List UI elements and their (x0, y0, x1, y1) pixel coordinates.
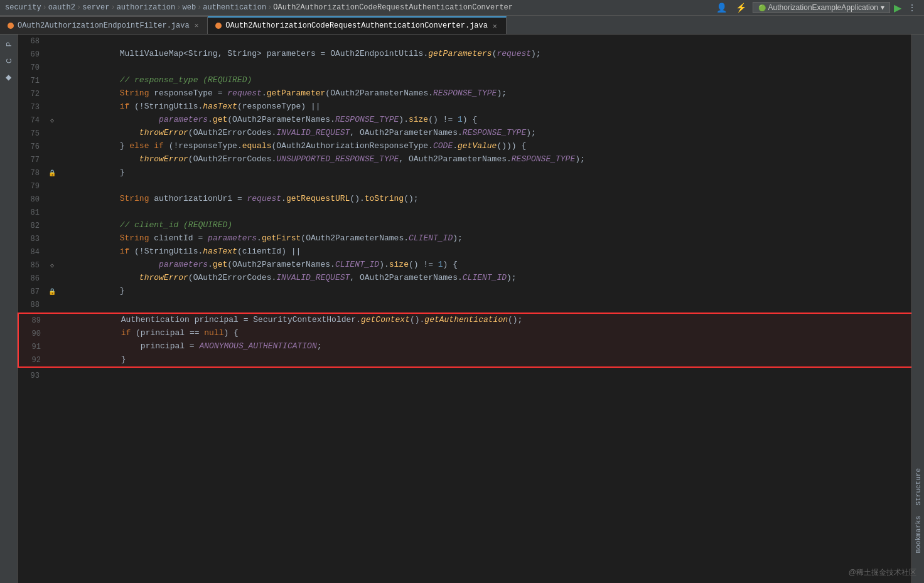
breadcrumb-web[interactable]: web (182, 3, 196, 12)
lightning-icon-button[interactable]: ⚡ (733, 1, 749, 14)
gutter-80 (46, 193, 58, 206)
line-num-85: 85 (18, 259, 46, 272)
project-icon: P (5, 42, 13, 46)
tab-auth-converter[interactable]: OAuth2AuthorizationCodeRequestAuthentica… (208, 16, 506, 34)
commit-icon: C (5, 58, 13, 63)
gutter-68 (46, 35, 58, 48)
run-config-dropdown[interactable]: 🟢 AuthorizationExampleApplication ▾ (753, 2, 890, 13)
code-content-69: MultiValueMap<String, String> parameters… (58, 48, 924, 61)
gutter-70 (46, 61, 58, 74)
line-num-89: 89 (19, 314, 47, 327)
code-content-83: String clientId = parameters.getFirst(OA… (58, 232, 924, 245)
code-line-71: 71 // response_type (REQUIRED) (18, 74, 924, 87)
code-line-79: 79 (18, 179, 924, 193)
code-line-81: 81 (18, 206, 924, 219)
breadcrumb-authentication[interactable]: authentication (203, 3, 266, 12)
gutter-75 (46, 127, 58, 140)
gutter-89 (47, 314, 60, 327)
breadcrumb-oauth2[interactable]: oauth2 (48, 3, 75, 12)
breadcrumb-sep-2: › (77, 3, 81, 12)
gutter-86 (46, 272, 58, 285)
breadcrumb-authorization[interactable]: authorization (117, 3, 176, 12)
gutter-93 (46, 369, 58, 382)
line-num-80: 80 (18, 193, 46, 206)
right-sidebar: Structure Bookmarks (911, 35, 924, 583)
code-line-89: 89 Authentication principal = SecurityCo… (19, 314, 923, 327)
code-content-82: // client_id (REQUIRED) (58, 219, 924, 232)
gutter-82 (46, 219, 58, 232)
gutter-84 (46, 245, 58, 259)
line-num-75: 75 (18, 127, 46, 140)
line-num-77: 77 (18, 153, 46, 166)
user-icon-button[interactable]: 👤 (714, 1, 729, 14)
line-num-81: 81 (18, 206, 46, 219)
breadcrumb-sep-1: › (43, 3, 47, 12)
gutter-90 (47, 327, 60, 340)
gutter-92 (47, 353, 60, 366)
code-line-83: 83 String clientId = parameters.getFirst… (18, 232, 924, 245)
run-button[interactable]: ▶ (894, 2, 901, 14)
more-button[interactable]: ⋮ (905, 1, 919, 14)
commit-sidebar-btn[interactable]: C (1, 53, 16, 68)
line-num-88: 88 (18, 298, 46, 311)
code-content-76: } else if (!responseType.equals(OAuth2Au… (58, 140, 924, 153)
code-content-79 (58, 179, 924, 193)
tab-endpoint-filter[interactable]: OAuth2AuthorizationEndpointFilter.java ✕ (0, 16, 208, 34)
header-right: 👤 ⚡ 🟢 AuthorizationExampleApplication ▾ … (714, 1, 919, 14)
project-sidebar-btn[interactable]: P (1, 37, 16, 52)
code-content-89: Authentication principal = SecurityConte… (60, 314, 923, 327)
gutter-78: 🔒 (46, 166, 58, 179)
tab-close-2[interactable]: ✕ (492, 21, 498, 31)
code-line-82: 82 // client_id (REQUIRED) (18, 219, 924, 232)
code-content-85: parameters.get(OAuth2ParameterNames.CLIE… (58, 259, 924, 272)
line-num-68: 68 (18, 35, 46, 48)
editor-area: 68 69 MultiValueMap<String, String> para… (18, 35, 924, 583)
line-num-84: 84 (18, 245, 46, 259)
run-config-arrow: ▾ (881, 3, 884, 12)
tab-close-1[interactable]: ✕ (193, 21, 200, 30)
breadcrumb-sep-6: › (267, 3, 272, 12)
tab-label-2: OAuth2AuthorizationCodeRequestAuthentica… (225, 21, 488, 30)
code-line-70: 70 (18, 61, 924, 74)
gutter-77 (46, 153, 58, 166)
code-line-91: 91 principal = ANONYMOUS_AUTHENTICATION; (19, 340, 923, 353)
gutter-88 (46, 298, 58, 311)
line-num-87: 87 (18, 285, 46, 298)
code-line-68: 68 (18, 35, 924, 48)
code-line-74: 74 ◇ parameters.get(OAuth2ParameterNames… (18, 114, 924, 127)
breadcrumb-sep-4: › (176, 3, 181, 12)
run-config-indicator: 🟢 (758, 4, 766, 11)
line-num-71: 71 (18, 74, 46, 87)
line-num-72: 72 (18, 87, 46, 100)
run-config-label: AuthorizationExampleApplication (768, 3, 878, 12)
code-content-68 (58, 35, 924, 48)
watermark: @稀土掘金技术社区 (849, 567, 916, 578)
line-num-70: 70 (18, 61, 46, 74)
code-content-87: } (58, 285, 924, 298)
code-content-75: throwError(OAuth2ErrorCodes.INVALID_REQU… (58, 127, 924, 140)
code-editor[interactable]: 68 69 MultiValueMap<String, String> para… (18, 35, 924, 583)
gutter-74: ◇ (46, 114, 58, 127)
code-content-70 (58, 61, 924, 74)
gutter-76 (46, 140, 58, 153)
gutter-71 (46, 74, 58, 87)
structure-tab[interactable]: Structure (913, 463, 924, 510)
gutter-72 (46, 87, 58, 100)
tab-icon-2 (215, 23, 222, 29)
code-line-72: 72 String responseType = request.getPara… (18, 87, 924, 100)
code-line-92: 92 } (19, 353, 923, 366)
bookmarks-tab[interactable]: Bookmarks (913, 511, 924, 558)
line-num-76: 76 (18, 140, 46, 153)
line-num-73: 73 (18, 100, 46, 114)
breadcrumb-security[interactable]: security (5, 3, 41, 12)
breadcrumb-server[interactable]: server (82, 3, 109, 12)
code-line-80: 80 String authorizationUri = request.get… (18, 193, 924, 206)
code-content-78: } (58, 166, 924, 179)
lock-gutter-87: 🔒 (48, 288, 56, 296)
code-content-73: if (!StringUtils.hasText(responseType) |… (58, 100, 924, 114)
highlighted-code-block: 89 Authentication principal = SecurityCo… (18, 313, 924, 368)
code-content-93 (58, 369, 924, 382)
diamond-icon: ◆ (6, 73, 11, 82)
code-content-86: throwError(OAuth2ErrorCodes.INVALID_REQU… (58, 272, 924, 285)
diamond-sidebar-btn[interactable]: ◆ (1, 70, 16, 85)
